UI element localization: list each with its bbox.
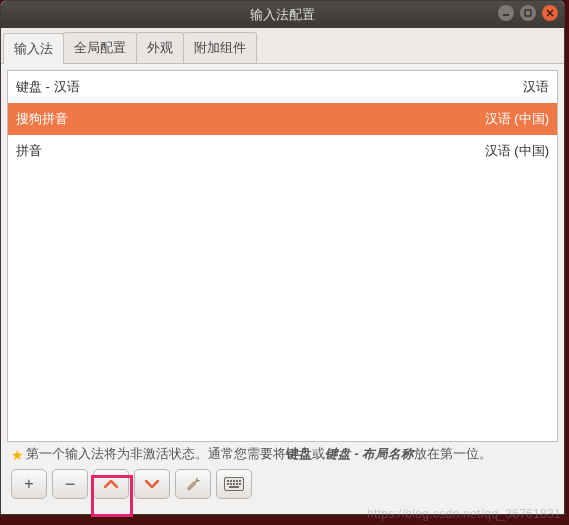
move-down-button[interactable] (134, 469, 170, 499)
svg-rect-8 (236, 480, 238, 482)
close-button[interactable] (542, 5, 558, 21)
hint-text: 第一个输入法将为非激活状态。通常您需要将键盘或键盘 - 布局名称放在第一位。 (26, 446, 492, 463)
tab-addons[interactable]: 附加组件 (183, 32, 257, 63)
configure-button[interactable] (175, 469, 211, 499)
toolbar: + − (7, 465, 558, 503)
svg-rect-13 (236, 483, 238, 485)
svg-rect-6 (230, 480, 232, 482)
window-title: 输入法配置 (250, 6, 315, 24)
remove-button[interactable]: − (52, 469, 88, 499)
tabbar: 输入法 全局配置 外观 附加组件 (1, 28, 564, 64)
chevron-down-icon (144, 478, 160, 490)
svg-rect-12 (233, 483, 235, 485)
svg-rect-15 (229, 486, 239, 488)
maximize-button[interactable] (520, 5, 536, 21)
input-method-list[interactable]: 键盘 - 汉语 汉语 搜狗拼音 汉语 (中国) 拼音 汉语 (中国) (7, 70, 558, 442)
keyboard-icon (224, 477, 244, 491)
minus-icon: − (65, 474, 76, 495)
wrench-icon (184, 475, 202, 493)
im-lang: 汉语 (中国) (485, 110, 549, 128)
tab-appearance[interactable]: 外观 (136, 32, 184, 63)
svg-rect-11 (230, 483, 232, 485)
tab-global-config[interactable]: 全局配置 (63, 32, 137, 63)
move-up-button[interactable] (93, 469, 129, 499)
im-name: 搜狗拼音 (16, 110, 68, 128)
content: 键盘 - 汉语 汉语 搜狗拼音 汉语 (中国) 拼音 汉语 (中国) ★ 第一个… (1, 64, 564, 509)
plus-icon: + (24, 475, 33, 493)
minimize-button[interactable] (498, 5, 514, 21)
im-name: 键盘 - 汉语 (16, 78, 80, 96)
im-lang: 汉语 (中国) (485, 142, 549, 160)
svg-rect-10 (227, 483, 229, 485)
svg-rect-7 (233, 480, 235, 482)
im-lang: 汉语 (523, 78, 549, 96)
hint: ★ 第一个输入法将为非激活状态。通常您需要将键盘或键盘 - 布局名称放在第一位。 (7, 442, 558, 465)
window: 输入法配置 输入法 全局配置 外观 附加组件 键盘 - 汉语 汉语 搜狗拼音 (0, 0, 565, 515)
chevron-up-icon (103, 478, 119, 490)
keyboard-button[interactable] (216, 469, 252, 499)
svg-rect-5 (227, 480, 229, 482)
list-item[interactable]: 搜狗拼音 汉语 (中国) (8, 103, 557, 135)
star-icon: ★ (11, 447, 24, 463)
im-name: 拼音 (16, 142, 42, 160)
svg-rect-1 (525, 10, 531, 16)
add-button[interactable]: + (11, 469, 47, 499)
tab-input-method[interactable]: 输入法 (3, 33, 64, 64)
list-item[interactable]: 拼音 汉语 (中国) (8, 135, 557, 167)
svg-rect-9 (239, 480, 241, 482)
list-item[interactable]: 键盘 - 汉语 汉语 (8, 71, 557, 103)
window-controls (498, 5, 558, 21)
svg-rect-14 (239, 483, 241, 485)
titlebar: 输入法配置 (1, 1, 564, 28)
